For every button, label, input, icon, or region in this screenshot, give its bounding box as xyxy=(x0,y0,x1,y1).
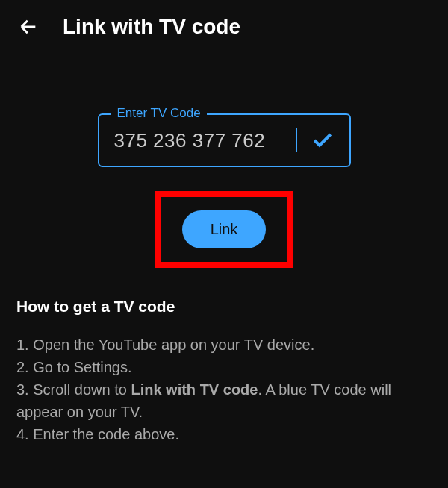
link-button[interactable]: Link xyxy=(182,210,267,248)
text-cursor xyxy=(296,128,297,152)
instructions-section: How to get a TV code 1. Open the YouTube… xyxy=(0,268,448,445)
instruction-step-1: 1. Open the YouTube app on your TV devic… xyxy=(16,334,432,356)
instruction-step-3: 3. Scroll down to Link with TV code. A b… xyxy=(16,378,432,423)
back-arrow-icon[interactable] xyxy=(18,16,39,37)
instructions-list: 1. Open the YouTube app on your TV devic… xyxy=(16,334,432,445)
code-input-wrapper[interactable]: Enter TV Code xyxy=(98,113,351,167)
instruction-step-4: 4. Enter the code above. xyxy=(16,423,432,445)
instruction-step-2: 2. Go to Settings. xyxy=(16,356,432,378)
header: Link with TV code xyxy=(0,0,448,54)
instructions-title: How to get a TV code xyxy=(16,298,432,316)
link-button-container: Link xyxy=(0,191,448,268)
code-input-label: Enter TV Code xyxy=(111,106,207,121)
code-input-section: Enter TV Code xyxy=(0,113,448,167)
checkmark-icon xyxy=(311,128,335,152)
tv-code-input[interactable] xyxy=(114,129,293,152)
annotation-highlight-box: Link xyxy=(155,191,293,268)
page-title: Link with TV code xyxy=(63,15,240,39)
